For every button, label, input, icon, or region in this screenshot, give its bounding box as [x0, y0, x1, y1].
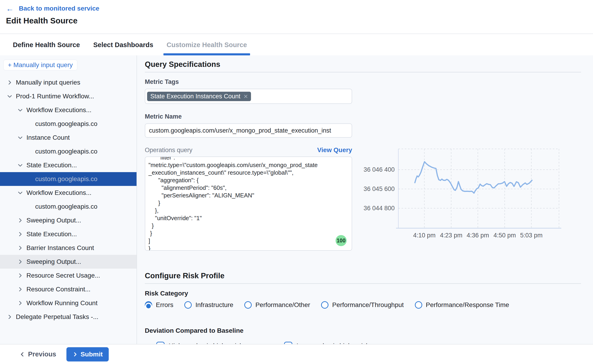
- page-header: ← Back to monitored service Edit Health …: [0, 0, 593, 34]
- radio-icon[interactable]: [244, 301, 252, 309]
- metric-name-field[interactable]: custom.googleapis.com/user/x_mongo_prod_…: [145, 124, 352, 138]
- metric-timeseries-line: [415, 162, 532, 193]
- tree-item-label: Instance Count: [26, 134, 70, 141]
- radio-label: Performance/Throughput: [332, 301, 404, 309]
- back-link[interactable]: Back to monitored service: [19, 5, 99, 12]
- chevron-down-icon[interactable]: [6, 93, 13, 100]
- metric-preview-chart: 36 046 40036 045 60036 044 8004:10 pm4:2…: [358, 143, 593, 244]
- risk-radio-performance-other[interactable]: Performance/Other: [244, 301, 310, 309]
- risk-category-label: Risk Category: [145, 290, 581, 297]
- x-axis-tick-label: 4:10 pm: [413, 232, 436, 239]
- chevron-right-icon: [17, 231, 23, 237]
- sample-count-badge: 100: [336, 235, 347, 246]
- previous-button[interactable]: Previous: [19, 351, 56, 358]
- y-axis-tick-label: 36 044 800: [364, 205, 395, 212]
- metric-tag-chip: State Execution Instances Count ×: [147, 92, 251, 101]
- tree-item[interactable]: Barrier Instances Count: [0, 241, 137, 255]
- tree-item[interactable]: Sweeping Output...: [0, 255, 137, 269]
- add-manual-query-button[interactable]: + Manually input query: [3, 59, 78, 71]
- previous-button-label: Previous: [28, 351, 56, 358]
- tree-item-label: Sweeping Output...: [26, 258, 81, 265]
- chevron-right-icon[interactable]: [6, 79, 13, 86]
- chevron-down-icon: [7, 93, 13, 99]
- tree-item[interactable]: Prod-1 Runtime Workflow...: [0, 89, 137, 103]
- tree-item-label: Workflow Running Count: [26, 299, 98, 307]
- metrics-tree: Manually input queriesProd-1 Runtime Wor…: [0, 76, 137, 324]
- metric-tags-input[interactable]: State Execution Instances Count ×: [145, 89, 352, 104]
- chevron-down-icon[interactable]: [17, 162, 24, 169]
- tree-item[interactable]: Workflow Executions...: [0, 186, 137, 200]
- tab-label: Customize Health Source: [167, 41, 247, 49]
- tab-customize-health-source[interactable]: Customize Health Source: [167, 34, 247, 55]
- y-axis-tick-label: 36 046 400: [364, 166, 395, 173]
- chevron-right-icon[interactable]: [6, 313, 13, 320]
- metric-tags-label: Metric Tags: [145, 78, 581, 85]
- tree-item[interactable]: Delegate Perpetual Tasks -...: [0, 310, 137, 324]
- chevron-right-icon[interactable]: [17, 217, 24, 224]
- chevron-down-icon: [17, 135, 23, 141]
- y-axis-tick-label: 36 045 600: [364, 185, 395, 192]
- tree-item[interactable]: Instance Count: [0, 131, 137, 144]
- radio-selected-icon[interactable]: [145, 301, 152, 309]
- tree-item[interactable]: custom.googleapis.co: [0, 144, 137, 158]
- tree-item[interactable]: State Execution...: [0, 158, 137, 172]
- tab-label: Select Dashboards: [93, 41, 153, 49]
- submit-button-label: Submit: [81, 351, 103, 358]
- radio-icon[interactable]: [184, 301, 192, 309]
- chevron-right-icon: [17, 217, 23, 223]
- deviation-label: Deviation Compared to Baseline: [145, 327, 581, 334]
- chevron-right-icon[interactable]: [17, 272, 24, 279]
- chevron-right-icon: [17, 259, 23, 265]
- tree-item[interactable]: custom.googleapis.co: [0, 172, 137, 186]
- chevron-right-icon: [17, 245, 23, 251]
- radio-icon[interactable]: [415, 301, 422, 309]
- chevron-right-icon[interactable]: [17, 300, 24, 306]
- metric-name-label: Metric Name: [145, 113, 581, 120]
- tree-item[interactable]: State Execution...: [0, 227, 137, 241]
- tree-item[interactable]: Workflow Running Count: [0, 296, 137, 310]
- risk-radio-performance-throughput[interactable]: Performance/Throughput: [321, 301, 404, 309]
- tree-item[interactable]: custom.googleapis.co: [0, 200, 137, 214]
- query-specifications-heading: Query Specifications: [145, 60, 581, 69]
- chevron-down-icon[interactable]: [17, 107, 24, 114]
- chevron-right-icon[interactable]: [17, 286, 24, 293]
- tree-item[interactable]: Manually input queries: [0, 76, 137, 89]
- section-divider: [145, 72, 581, 72]
- chevron-down-icon[interactable]: [17, 189, 24, 196]
- tree-item[interactable]: Sweeping Output...: [0, 214, 137, 227]
- risk-radio-infrastructure[interactable]: Infrastructure: [184, 301, 233, 309]
- view-query-link[interactable]: View Query: [317, 146, 352, 154]
- tab-bar: Define Health SourceSelect DashboardsCus…: [0, 34, 593, 55]
- tree-item-label: Workflow Executions...: [26, 189, 91, 196]
- tree-item[interactable]: Resource Secret Usage...: [0, 269, 137, 282]
- chevron-right-icon[interactable]: [17, 245, 24, 251]
- tree-item-label: State Execution...: [26, 162, 77, 169]
- tab-select-dashboards[interactable]: Select Dashboards: [93, 34, 153, 55]
- chevron-down-icon[interactable]: [17, 134, 24, 141]
- tree-item-label: Resource Secret Usage...: [26, 272, 100, 279]
- chevron-right-icon: [17, 300, 23, 306]
- chevron-down-icon: [17, 107, 23, 113]
- tree-item-label: custom.googleapis.co: [35, 203, 98, 210]
- tree-item[interactable]: Workflow Executions...: [0, 103, 137, 117]
- content-area: + Manually input query Manually input qu…: [0, 55, 593, 344]
- operations-query-textarea[interactable]: "filter": "metric.type=\"custom.googleap…: [145, 156, 352, 251]
- tab-label: Define Health Source: [13, 41, 80, 49]
- tree-item-label: Sweeping Output...: [26, 217, 81, 224]
- tree-item-label: Barrier Instances Count: [26, 244, 94, 252]
- metrics-sidebar: + Manually input query Manually input qu…: [0, 55, 137, 344]
- risk-radio-performance-response-time[interactable]: Performance/Response Time: [415, 301, 509, 309]
- tab-define-health-source[interactable]: Define Health Source: [13, 34, 80, 55]
- tree-item[interactable]: Resource Constraint...: [0, 282, 137, 296]
- configure-risk-heading: Configure Risk Profile: [145, 271, 581, 280]
- radio-label: Infrastructure: [195, 301, 233, 309]
- chevron-right-icon[interactable]: [17, 231, 24, 238]
- submit-button[interactable]: Submit: [66, 347, 109, 362]
- risk-radio-errors[interactable]: Errors: [145, 301, 173, 309]
- risk-category-radio-group: ErrorsInfrastructurePerformance/OtherPer…: [145, 301, 581, 309]
- remove-tag-icon[interactable]: ×: [244, 93, 248, 99]
- radio-icon[interactable]: [321, 301, 328, 309]
- tree-item[interactable]: custom.googleapis.co: [0, 117, 137, 131]
- radio-label: Errors: [156, 301, 173, 309]
- chevron-right-icon[interactable]: [17, 258, 24, 265]
